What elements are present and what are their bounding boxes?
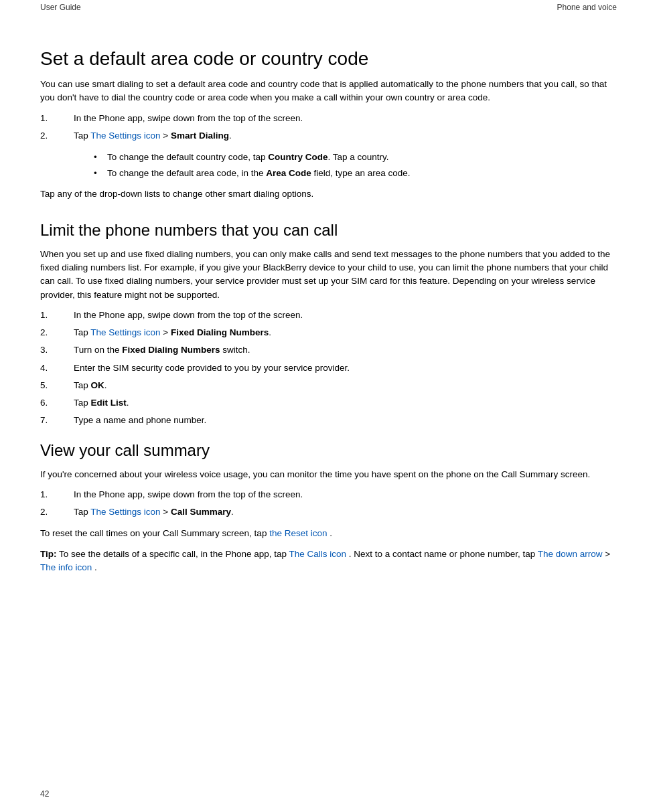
section-3-reset-line: To reset the call times on your Call Sum… xyxy=(40,527,617,540)
step-num: 1. xyxy=(40,112,74,125)
step-1-1: 1. In the Phone app, swipe down from the… xyxy=(40,112,617,125)
step-num: 2. xyxy=(40,326,74,339)
info-icon-link: The info icon xyxy=(40,562,92,572)
step-2-6: 6. Tap Edit List. xyxy=(40,396,617,410)
step-2-3: 3. Turn on the Fixed Dialing Numbers swi… xyxy=(40,343,617,357)
bullet-text: To change the default area code, in the … xyxy=(107,167,411,180)
section-title-3: View your call summary xyxy=(40,441,617,460)
step-text: In the Phone app, swipe down from the to… xyxy=(74,309,617,322)
step-num: 6. xyxy=(40,396,74,410)
step-text: In the Phone app, swipe down from the to… xyxy=(74,488,617,501)
section-view-call-summary: View your call summary If you're concern… xyxy=(40,441,617,575)
section-limit-phone-numbers: Limit the phone numbers that you can cal… xyxy=(40,221,617,428)
section-3-steps: 1. In the Phone app, swipe down from the… xyxy=(40,488,617,519)
step-1-2: 2. Tap The Settings icon > Smart Dialing… xyxy=(40,129,617,143)
step-3-1: 1. In the Phone app, swipe down from the… xyxy=(40,488,617,501)
step-text: Tap OK. xyxy=(74,379,617,392)
step-2-5: 5. Tap OK. xyxy=(40,379,617,392)
step-2-2: 2. Tap The Settings icon > Fixed Dialing… xyxy=(40,326,617,339)
down-arrow-link: The down arrow xyxy=(538,549,603,559)
settings-icon-link-3: The Settings icon xyxy=(90,507,160,517)
step-num: 1. xyxy=(40,309,74,322)
section-1-intro: You can use smart dialing to set a defau… xyxy=(40,78,617,105)
section-1-bullets: To change the default country code, tap … xyxy=(94,151,617,181)
step-num: 1. xyxy=(40,488,74,501)
step-3-2: 2. Tap The Settings icon > Call Summary. xyxy=(40,505,617,519)
section-3-intro: If you're concerned about your wireless … xyxy=(40,468,617,481)
bullet-1-2: To change the default area code, in the … xyxy=(94,167,617,180)
step-text: Type a name and phone number. xyxy=(74,414,617,427)
section-2-steps: 1. In the Phone app, swipe down from the… xyxy=(40,309,617,428)
step-text: Tap Edit List. xyxy=(74,396,617,410)
bullet-1-1: To change the default country code, tap … xyxy=(94,151,617,164)
section-3-tip: Tip: To see the details of a specific ca… xyxy=(40,548,617,575)
section-2-intro: When you set up and use fixed dialing nu… xyxy=(40,248,617,302)
header-right: Phone and voice xyxy=(557,3,617,12)
step-2-7: 7. Type a name and phone number. xyxy=(40,414,617,427)
step-text: Enter the SIM security code provided to … xyxy=(74,361,617,375)
step-2-1: 1. In the Phone app, swipe down from the… xyxy=(40,309,617,322)
step-num: 3. xyxy=(40,343,74,357)
section-set-default-area-code: Set a default area code or country code … xyxy=(40,48,617,201)
step-text: Tap The Settings icon > Smart Dialing. xyxy=(74,129,617,143)
step-num: 2. xyxy=(40,505,74,519)
bullet-text: To change the default country code, tap … xyxy=(107,151,388,164)
header-left: User Guide xyxy=(40,3,81,12)
step-num: 7. xyxy=(40,414,74,427)
step-num: 4. xyxy=(40,361,74,375)
settings-icon-link-1: The Settings icon xyxy=(90,131,160,141)
page-number: 42 xyxy=(40,789,49,799)
section-1-outro: Tap any of the drop-down lists to change… xyxy=(40,187,617,201)
reset-icon-link: the Reset icon xyxy=(269,528,327,538)
calls-icon-link: The Calls icon xyxy=(289,549,346,559)
page-header: User Guide Phone and voice xyxy=(0,0,657,15)
step-2-4: 4. Enter the SIM security code provided … xyxy=(40,361,617,375)
section-title-2: Limit the phone numbers that you can cal… xyxy=(40,221,617,240)
step-text: Tap The Settings icon > Call Summary. xyxy=(74,505,617,519)
step-num: 5. xyxy=(40,379,74,392)
section-1-steps: 1. In the Phone app, swipe down from the… xyxy=(40,112,617,143)
settings-icon-link-2: The Settings icon xyxy=(90,327,160,337)
section-title-1: Set a default area code or country code xyxy=(40,48,617,70)
step-text: Tap The Settings icon > Fixed Dialing Nu… xyxy=(74,326,617,339)
step-text: In the Phone app, swipe down from the to… xyxy=(74,112,617,125)
page-content: Set a default area code or country code … xyxy=(0,35,657,615)
step-num: 2. xyxy=(40,129,74,143)
step-text: Turn on the Fixed Dialing Numbers switch… xyxy=(74,343,617,357)
